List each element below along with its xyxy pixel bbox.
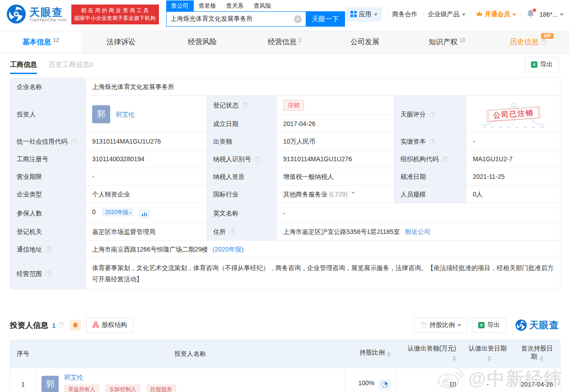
investor-label: 投资人 (10, 96, 86, 133)
investor-name-link[interactable]: 郭艾伦 (64, 373, 83, 381)
trend-chart-icon[interactable] (139, 210, 149, 219)
tag-beneficial-owner: 受益所有人 (64, 384, 99, 392)
company-name-value: 上海烁光体育文化发展事务所 (86, 78, 560, 96)
divider (387, 11, 387, 18)
chevron-down-icon[interactable] (351, 192, 355, 196)
col-amount[interactable]: 认缴出资额(万元) (396, 340, 462, 368)
export-button[interactable]: 导出 (525, 57, 559, 72)
help-icon[interactable] (71, 139, 77, 145)
sort-icon[interactable] (487, 354, 491, 363)
nav-open-vip[interactable]: 开通会员 (476, 10, 516, 19)
search-box (166, 11, 306, 27)
annual-report-badge[interactable]: 2020年报 (102, 208, 134, 216)
search-tab-boss[interactable]: 查老板 (194, 0, 221, 11)
search-input[interactable] (171, 15, 294, 23)
score-label: 天眼评分 (394, 96, 466, 133)
taxpayer-id-value: 91310114MA1GU1U276 (277, 150, 394, 168)
investor-name-link[interactable]: 郭艾伦 (116, 110, 135, 119)
status-badge: 注销 (283, 100, 304, 111)
score-stamp-cell: 公司已注销 (466, 96, 560, 133)
tab-company-development[interactable]: 公司发展 (325, 31, 406, 53)
nearby-companies-link[interactable]: 附近公司 (405, 228, 430, 235)
help-icon (420, 322, 427, 328)
org-chart-icon (93, 322, 99, 329)
sort-icon[interactable] (540, 354, 543, 363)
business-info-table: 企业名称 上海烁光体育文化发展事务所 投资人 郭 郭艾伦 登记状态 注销 天眼评… (10, 78, 560, 289)
reg-status-label: 登记状态 (207, 96, 277, 115)
apps-grid-icon (350, 11, 357, 19)
nav-apps[interactable]: 应用 (346, 7, 382, 22)
tianyancha-logo-icon (6, 4, 26, 25)
search-tab-risk[interactable]: 查风险 (249, 0, 276, 11)
col-index: 序号 (10, 340, 36, 368)
industry-value[interactable]: 其他商务服务业 (L729) (277, 186, 394, 203)
tab-basic-info[interactable]: 基本信息12 (0, 31, 81, 53)
chevron-down-icon (374, 14, 378, 18)
tab-history-info[interactable]: VIP 历史信息 (488, 31, 569, 53)
chevron-down-icon (462, 14, 466, 18)
nav-business-cooperation[interactable]: 商务合作 (392, 10, 418, 19)
holding-ratio-button[interactable]: 持股比例 (414, 317, 467, 333)
english-name-label: 英文名称 (207, 203, 277, 223)
tab-intellectual-property[interactable]: 知识产权18 (406, 31, 488, 53)
subtab-business-info[interactable]: 工商信息 (10, 61, 37, 69)
tab-operation-info[interactable]: 经营信息2 (244, 31, 325, 53)
search-area: 查公司 查老板 查关系 查风险 天眼一下 (166, 0, 345, 27)
business-term-label: 营业期限 (10, 168, 86, 186)
help-icon[interactable] (242, 103, 248, 109)
help-icon[interactable] (58, 322, 64, 328)
col-first-date[interactable]: 首次持股日期 (514, 340, 560, 368)
tag-actual-controller: 实际控制人 (105, 384, 140, 392)
company-tab-bar: 基本信息12 法律诉讼 经营风险 经营信息2 公司发展 知识产权18 VIP 历… (0, 31, 569, 53)
help-icon[interactable] (429, 112, 436, 118)
export-investors-button[interactable]: 导出 (472, 317, 506, 333)
help-icon (541, 39, 547, 45)
taxpayer-quality-label: 纳税人资质 (207, 168, 277, 186)
paid-capital-label: 实缴资本 (394, 133, 466, 150)
help-icon[interactable] (442, 156, 448, 163)
monitor-bell-icon[interactable] (70, 320, 81, 331)
table-row: 1 郭 郭艾伦 受益所有人 实际控制人 控股股东 100% 10 - (10, 368, 560, 392)
paid-capital-value: - (466, 133, 560, 150)
top-header: 天眼查 TianYanCha.com 都 在 用 的 商 业 查 询 工 具 国… (0, 0, 569, 26)
help-icon[interactable] (229, 229, 236, 235)
nav-enterprise-products[interactable]: 企业级产品 (428, 10, 466, 19)
annual-report-link[interactable]: (2020年报) (213, 246, 243, 253)
industry-label: 国标行业 (207, 186, 277, 203)
avatar[interactable]: 郭 (42, 376, 59, 392)
subtab-history-business-info[interactable]: 历史工商信息0 (49, 61, 93, 69)
col-subscribe-date[interactable]: 认缴出资日期 (462, 340, 514, 368)
credit-code-label: 统一社会信用代码 (10, 133, 86, 150)
clear-search-icon[interactable] (294, 15, 302, 23)
pie-chart-icon[interactable] (379, 380, 391, 389)
search-tab-relation[interactable]: 查关系 (221, 0, 249, 11)
help-icon[interactable] (429, 139, 436, 145)
investors-title: 投资人信息 (10, 320, 48, 331)
notification-bell-icon[interactable] (527, 9, 535, 19)
user-account[interactable]: 186*... (540, 11, 564, 18)
row-ratio-cell: 100% (345, 368, 396, 392)
avatar[interactable]: 郭 (92, 105, 110, 123)
header-nav: 应用 商务合作 企业级产品 开通会员 186*... (346, 7, 564, 22)
crown-icon (476, 11, 483, 18)
tab-operation-risk[interactable]: 经营风险 (163, 31, 244, 53)
tab-legal-litigation[interactable]: 法律诉讼 (81, 31, 163, 53)
tag-controlling-shareholder: 控股股东 (146, 384, 176, 392)
sort-icon[interactable] (452, 354, 456, 363)
search-tab-company[interactable]: 查公司 (166, 0, 194, 11)
divider (521, 11, 522, 18)
help-icon[interactable] (255, 156, 261, 163)
company-name-label: 企业名称 (10, 78, 86, 96)
col-ratio[interactable]: 持股比例 (345, 340, 396, 368)
english-name-value: - (277, 203, 560, 223)
sort-icon[interactable] (387, 350, 391, 359)
address-value-cell: 上海市嘉定区沪宜公路5358号1层J1185室 附近公司 (277, 223, 560, 241)
help-icon[interactable] (46, 247, 52, 253)
col-investor-name: 投资人名称 (36, 340, 345, 368)
equity-structure-button[interactable]: 股权结构 (86, 317, 133, 333)
search-button[interactable]: 天眼一下 (306, 11, 345, 27)
taxpayer-id-label: 纳税人识别号 (207, 150, 277, 168)
help-icon[interactable] (46, 271, 52, 277)
tianyancha-logo[interactable]: 天眼查 TianYanCha.com (6, 4, 67, 25)
investors-table-header: 序号 投资人名称 持股比例 认缴出资额(万元) 认缴出资日期 首次持股日期 (10, 340, 560, 368)
